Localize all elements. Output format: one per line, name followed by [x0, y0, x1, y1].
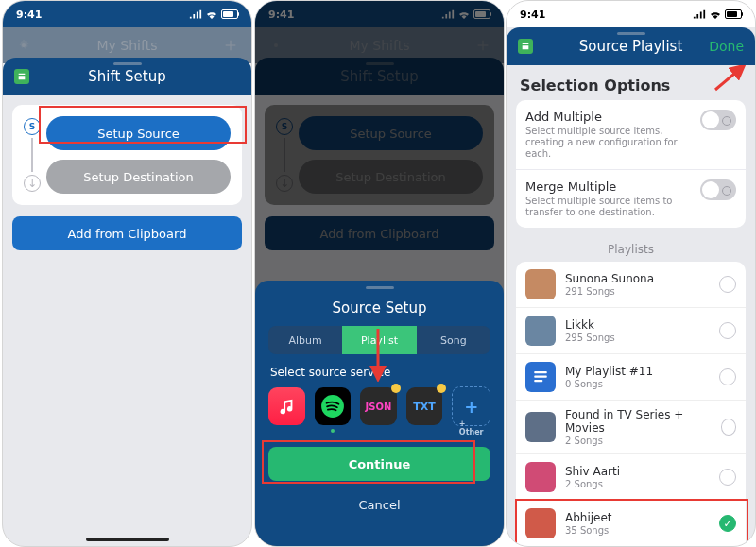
service-json-label: JSON — [366, 402, 392, 412]
svg-rect-4 — [534, 371, 547, 373]
source-setup-sheet: Source Setup Album Playlist Song Select … — [255, 281, 504, 546]
service-txt-label: TXT — [413, 401, 436, 413]
playlist-name: Abhijeet — [565, 511, 612, 524]
option-add-multiple: Add Multiple Select multiple source item… — [516, 100, 746, 169]
option-subtitle: Select multiple source items, creating a… — [525, 126, 691, 160]
option-subtitle: Select multiple source items to transfer… — [525, 196, 691, 218]
selection-options-card: Add Multiple Select multiple source item… — [516, 100, 746, 228]
radio-unselected-icon[interactable] — [719, 276, 736, 293]
badge-icon — [391, 384, 401, 393]
tab-album[interactable]: Album — [268, 326, 342, 354]
app-badge-icon — [14, 69, 29, 84]
playlist-subtitle: 0 Songs — [565, 379, 653, 389]
plus-icon — [223, 38, 238, 53]
playlist-row[interactable]: Shiv Aarti2 Songs — [516, 453, 746, 500]
playlist-row[interactable]: Found in TV Series + Movies2 Songs — [516, 400, 746, 453]
playlist-name: Shiv Aarti — [565, 465, 620, 478]
service-add-other[interactable]: ++ Other — [452, 386, 490, 426]
radio-selected-icon[interactable]: ✓ — [719, 515, 736, 532]
sheet-title: Source Setup — [268, 299, 490, 316]
service-spotify[interactable] — [315, 387, 352, 425]
cellular-icon — [189, 9, 202, 19]
option-title: Add Multiple — [525, 110, 691, 124]
drag-handle-icon[interactable] — [113, 62, 142, 65]
tab-playlist[interactable]: Playlist — [342, 326, 416, 354]
drag-handle-icon[interactable] — [366, 286, 394, 289]
service-apple-music[interactable] — [268, 387, 305, 425]
sheet-title: Source Playlist — [579, 38, 683, 55]
setup-destination-button[interactable]: Setup Destination — [46, 160, 231, 194]
sheet-header: Source Playlist Done — [507, 27, 755, 65]
phone-source-setup: 9:41 My Shifts Shift Setup S↓ Setup Sour… — [254, 0, 505, 547]
step-rail: S ↓ — [24, 118, 41, 192]
playlist-icon — [525, 362, 556, 392]
playlist-row[interactable]: My Playlist #110 Songs — [516, 353, 746, 400]
step-destination-icon: ↓ — [24, 175, 41, 192]
background-title: My Shifts — [97, 38, 158, 53]
wifi-icon — [709, 9, 722, 19]
status-time: 9:41 — [16, 9, 42, 21]
playlist-row[interactable]: Likkk295 Songs — [516, 307, 746, 353]
playlist-subtitle: 291 Songs — [565, 286, 654, 297]
section-selection-options: Selection Options — [507, 65, 755, 100]
playlists-list[interactable]: Sunona Sunona291 SongsLikkk295 SongsMy P… — [516, 262, 746, 547]
playlist-subtitle: 2 Songs — [565, 479, 620, 489]
option-title: Merge Multiple — [525, 179, 691, 194]
radio-unselected-icon[interactable] — [721, 419, 736, 436]
cellular-icon — [693, 9, 706, 19]
setup-source-button[interactable]: Setup Source — [46, 116, 231, 150]
cancel-button[interactable]: Cancel — [268, 498, 490, 512]
playlist-subtitle: 295 Songs — [565, 333, 615, 343]
phone-source-playlist: 9:41 Source Playlist Done Selection Opti… — [506, 0, 756, 547]
battery-icon — [221, 9, 238, 19]
step-source-icon: S — [24, 118, 41, 135]
radio-unselected-icon[interactable] — [719, 368, 736, 385]
playlist-subtitle: 2 Songs — [565, 436, 712, 446]
playlist-name: Sunona Sunona — [565, 272, 654, 285]
album-art-icon — [525, 269, 556, 299]
toggle-merge-multiple[interactable] — [700, 179, 736, 200]
battery-icon — [725, 9, 742, 19]
phone-shift-setup: 9:41 My Shifts Shift Setup S ↓ — [2, 0, 252, 547]
continue-button[interactable]: Continue — [268, 447, 490, 481]
playlist-name: Likkk — [565, 318, 615, 332]
playlist-row[interactable]: Sunona Sunona291 Songs — [516, 262, 746, 307]
playlist-name: My Playlist #11 — [565, 365, 653, 378]
music-note-icon — [276, 396, 297, 417]
content-type-segment: Album Playlist Song — [268, 326, 490, 354]
playlist-subtitle: 35 Songs — [565, 525, 612, 536]
sheet-title: Shift Setup — [88, 68, 166, 85]
playlist-row[interactable]: Abhijeet35 Songs✓ — [516, 500, 746, 546]
service-txt[interactable]: TXT — [406, 387, 443, 425]
steps-card: S ↓ Setup Source Setup Destination — [12, 105, 242, 205]
service-json[interactable]: JSON — [360, 387, 397, 425]
album-art-icon — [525, 462, 556, 492]
wifi-icon — [205, 9, 218, 19]
sheet-header: Shift Setup — [3, 58, 251, 95]
svg-rect-6 — [534, 380, 542, 382]
drag-handle-icon[interactable] — [617, 32, 645, 35]
status-bar: 9:41 — [507, 1, 755, 27]
add-from-clipboard-button[interactable]: Add from Clipboard — [12, 216, 242, 250]
spotify-icon — [320, 394, 345, 419]
gear-icon — [16, 38, 31, 53]
toggle-add-multiple[interactable] — [700, 110, 736, 130]
home-indicator-icon — [86, 538, 169, 541]
badge-icon — [437, 384, 446, 393]
radio-unselected-icon[interactable] — [719, 322, 736, 339]
album-art-icon — [525, 412, 556, 442]
tab-song[interactable]: Song — [417, 326, 490, 354]
done-button[interactable]: Done — [709, 39, 744, 54]
status-time: 9:41 — [520, 9, 545, 21]
status-bar: 9:41 — [3, 1, 251, 27]
svg-rect-5 — [534, 376, 547, 378]
radio-unselected-icon[interactable] — [719, 469, 736, 486]
status-icons — [693, 9, 742, 19]
other-label: + Other — [459, 419, 484, 436]
album-art-icon — [525, 316, 556, 346]
status-icons — [189, 9, 238, 19]
playlist-name: Found in TV Series + Movies — [565, 408, 712, 435]
option-merge-multiple: Merge Multiple Select multiple source it… — [516, 169, 746, 228]
app-badge-icon — [518, 39, 533, 54]
triptych-container: 9:41 My Shifts Shift Setup S ↓ — [0, 0, 756, 547]
